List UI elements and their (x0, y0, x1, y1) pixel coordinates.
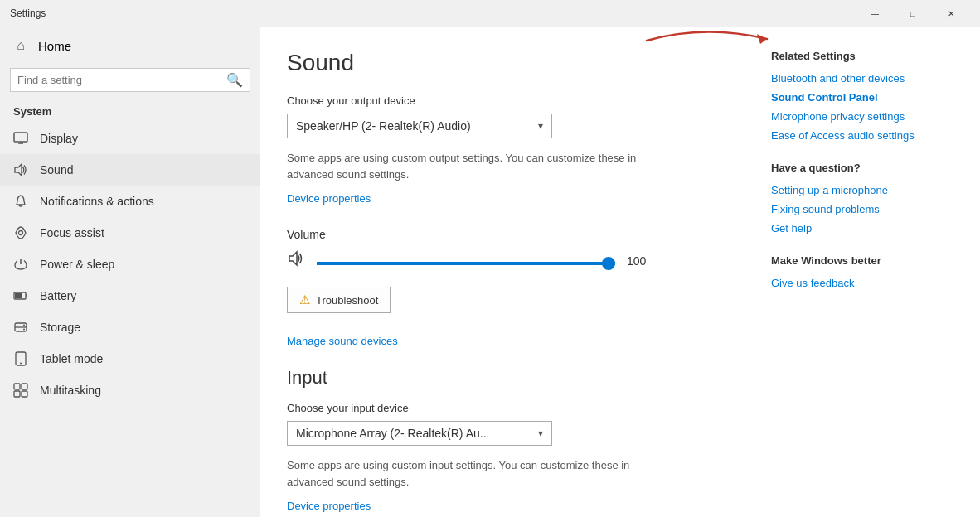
sidebar-item-battery[interactable]: Battery (0, 280, 260, 312)
volume-section: Volume 100 (287, 228, 738, 272)
make-better-title: Make Windows better (771, 254, 953, 267)
svg-marker-20 (757, 34, 767, 44)
minimize-button[interactable]: — (856, 0, 894, 27)
volume-label: Volume (287, 228, 738, 241)
dropdown-arrow-icon: ▾ (538, 120, 543, 132)
input-device-dropdown[interactable]: Microphone Array (2- Realtek(R) Au... ▾ (287, 421, 552, 446)
search-icon: 🔍 (226, 72, 243, 88)
main-content: Sound Choose your output device Speaker/… (260, 27, 980, 517)
storage-icon (13, 320, 28, 335)
content-left: Sound Choose your output device Speaker/… (287, 50, 738, 494)
sidebar-storage-label: Storage (40, 321, 80, 334)
app-title: Settings (10, 7, 856, 19)
sidebar-item-home[interactable]: ⌂ Home (0, 27, 260, 65)
sidebar-item-tablet[interactable]: Tablet mode (0, 343, 260, 374)
setup-mic-link[interactable]: Setting up a microphone (771, 184, 953, 196)
related-settings-title: Related Settings (771, 50, 953, 62)
svg-rect-6 (15, 293, 22, 298)
input-dropdown-arrow-icon: ▾ (538, 428, 543, 439)
sidebar-item-focus[interactable]: Focus assist (0, 217, 260, 249)
warning-icon: ⚠ (299, 292, 310, 307)
manage-sound-devices-link[interactable]: Manage sound devices (287, 335, 738, 347)
sidebar-item-storage[interactable]: Storage (0, 312, 260, 343)
sound-icon (13, 162, 28, 177)
input-info-text: Some apps are using custom input setting… (287, 457, 652, 490)
svg-rect-15 (14, 384, 20, 389)
input-section-label: Choose your input device (287, 402, 738, 414)
input-device-value: Microphone Array (2- Realtek(R) Au... (296, 427, 489, 440)
sidebar-item-notifications[interactable]: Notifications & actions (0, 186, 260, 217)
tablet-icon (13, 351, 28, 366)
sidebar-notifications-label: Notifications & actions (40, 195, 154, 208)
notifications-icon (13, 194, 28, 209)
sidebar-item-sound[interactable]: Sound (0, 154, 260, 186)
focus-icon (13, 225, 28, 240)
input-section-title: Input (287, 367, 738, 389)
fixing-sound-link[interactable]: Fixing sound problems (771, 203, 953, 215)
svg-rect-0 (14, 133, 27, 142)
sidebar-item-multitasking[interactable]: Multitasking (0, 374, 260, 406)
arrow-container: Bluetooth and other devices Sound Contro… (771, 72, 953, 142)
svg-point-4 (19, 231, 23, 235)
output-device-value: Speaker/HP (2- Realtek(R) Audio) (296, 119, 471, 133)
svg-marker-19 (289, 252, 297, 265)
microphone-privacy-link[interactable]: Microphone privacy settings (771, 110, 953, 123)
sidebar-home-label: Home (38, 39, 71, 53)
battery-icon (13, 288, 28, 303)
have-question-title: Have a question? (771, 162, 953, 174)
sidebar-item-power[interactable]: Power & sleep (0, 249, 260, 280)
power-icon (13, 257, 28, 272)
speaker-icon (287, 249, 305, 272)
svg-marker-3 (15, 164, 22, 176)
sidebar-power-label: Power & sleep (40, 258, 114, 271)
titlebar: Settings — □ ✕ (0, 0, 980, 27)
input-device-properties-link[interactable]: Device properties (287, 500, 371, 512)
sidebar-display-label: Display (40, 132, 78, 145)
svg-point-11 (23, 325, 25, 326)
troubleshoot-label: Troubleshoot (316, 294, 378, 307)
svg-point-14 (20, 363, 22, 365)
app-body: ⌂ Home 🔍 System Display (0, 27, 980, 517)
sidebar-section-title: System (0, 99, 260, 123)
display-icon (13, 131, 28, 146)
troubleshoot-button[interactable]: ⚠ Troubleshoot (287, 287, 391, 313)
page-title: Sound (287, 50, 738, 76)
svg-rect-16 (22, 384, 27, 389)
have-question-section: Have a question? Setting up a microphone… (771, 162, 953, 234)
sidebar: ⌂ Home 🔍 System Display (0, 27, 260, 517)
give-feedback-link[interactable]: Give us feedback (771, 277, 953, 289)
bluetooth-link[interactable]: Bluetooth and other devices (771, 72, 953, 85)
content-right: Related Settings Bluetooth and other dev… (771, 50, 953, 494)
search-box[interactable]: 🔍 (10, 68, 250, 92)
close-button[interactable]: ✕ (932, 0, 970, 27)
volume-slider-container (317, 254, 615, 268)
output-device-dropdown[interactable]: Speaker/HP (2- Realtek(R) Audio) ▾ (287, 114, 552, 138)
volume-slider[interactable] (317, 262, 615, 265)
home-icon: ⌂ (13, 38, 28, 53)
sidebar-item-display[interactable]: Display (0, 123, 260, 154)
sound-control-panel-link[interactable]: Sound Control Panel (771, 91, 953, 104)
sidebar-sound-label: Sound (40, 163, 73, 176)
svg-rect-18 (22, 391, 27, 397)
output-info-text: Some apps are using custom output settin… (287, 150, 652, 182)
sidebar-battery-label: Battery (40, 289, 76, 302)
device-properties-link[interactable]: Device properties (287, 192, 371, 205)
sidebar-tablet-label: Tablet mode (40, 352, 103, 365)
make-better-section: Make Windows better Give us feedback (771, 254, 953, 289)
sidebar-multitasking-label: Multitasking (40, 384, 101, 397)
svg-rect-17 (14, 391, 20, 397)
output-section-label: Choose your output device (287, 94, 738, 107)
volume-value: 100 (627, 254, 652, 268)
sidebar-focus-label: Focus assist (40, 226, 104, 239)
search-input[interactable] (17, 74, 221, 86)
get-help-link[interactable]: Get help (771, 222, 953, 234)
svg-point-12 (23, 329, 25, 331)
related-settings-section: Related Settings Bluetooth and other dev… (771, 50, 953, 142)
volume-row: 100 (287, 249, 738, 272)
ease-audio-link[interactable]: Ease of Access audio settings (771, 129, 953, 142)
window-controls: — □ ✕ (856, 0, 970, 27)
multitasking-icon (13, 383, 28, 398)
maximize-button[interactable]: □ (894, 0, 932, 27)
